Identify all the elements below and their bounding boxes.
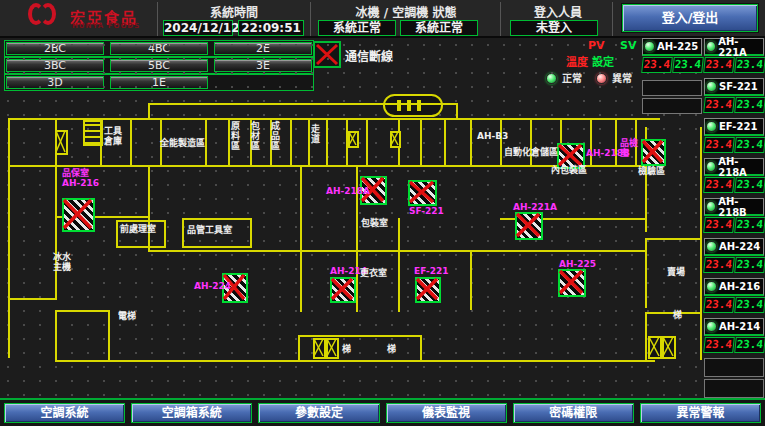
wall-segment: [182, 218, 252, 220]
wall-segment: [590, 120, 592, 165]
unit-panel-ah-216[interactable]: AH-21623.423.4: [704, 278, 764, 313]
unit-pv-value: 23.4: [703, 97, 734, 113]
stair-hatch-icon: [83, 120, 103, 146]
unit-status-led-icon: [706, 281, 717, 292]
wall-segment: [645, 238, 702, 240]
unit-panel-ah-214[interactable]: AH-21423.423.4: [704, 318, 764, 353]
empty-slot: [704, 358, 764, 377]
nav-button[interactable]: 異常警報: [640, 403, 761, 423]
wall-segment: [116, 246, 166, 248]
ahu-marker-label: AH-224: [194, 281, 231, 291]
unit-values: 23.423.4: [642, 57, 702, 73]
ahu-marker-label: AH-218A: [326, 186, 370, 196]
unit-status-led-icon: [706, 161, 716, 172]
unit-pv-value: 23.4: [703, 57, 734, 73]
wall-segment: [290, 120, 292, 165]
stair-shaft-icon: [326, 338, 339, 359]
brand-name-en: HUNYA FOODS: [72, 22, 140, 30]
ahu-marker-label: 品保室 AH-216: [62, 168, 99, 188]
footer-nav: 空調系統空調箱系統參數設定儀表監視密碼權限異常警報: [0, 398, 765, 426]
wall-segment: [700, 127, 702, 360]
unit-status-led-icon: [706, 321, 717, 332]
unit-name: AH-214: [719, 321, 760, 332]
unit-name-row: AH-218A: [704, 158, 764, 176]
wall-segment: [645, 238, 647, 308]
wall-segment: [55, 360, 655, 362]
unit-values: 23.423.4: [704, 177, 764, 193]
ahu-marker-label: EF-221: [414, 266, 449, 276]
wall-segment: [366, 120, 368, 165]
wall-segment: [116, 220, 118, 248]
ahu-marker-品檢室[interactable]: [641, 139, 666, 166]
wall-segment: [356, 250, 358, 312]
unit-name-row: AH-224: [704, 238, 764, 256]
ahu-marker-sf-221[interactable]: [408, 180, 437, 206]
nav-button[interactable]: 儀表監視: [386, 403, 507, 423]
nav-button[interactable]: 密碼權限: [513, 403, 634, 423]
wall-segment: [130, 120, 132, 165]
unit-name: AH-216: [719, 281, 760, 292]
unit-panel-ah-224[interactable]: AH-22423.423.4: [704, 238, 764, 273]
unit-name: EF-221: [719, 121, 757, 132]
room-label: 冰水 主機: [53, 252, 71, 272]
unit-panel-sf-221[interactable]: SF-22123.423.4: [704, 78, 764, 113]
unit-name-row: SF-221: [704, 78, 764, 96]
empty-slot: [704, 379, 764, 398]
unit-pv-value: 23.4: [641, 57, 672, 73]
unit-panel-ef-221[interactable]: EF-22123.423.4: [704, 118, 764, 153]
room-label: 走道: [310, 124, 320, 144]
wall-segment: [164, 220, 166, 248]
room-label: 賣場: [667, 267, 685, 277]
room-label: 包裝室: [361, 218, 388, 228]
empty-slot: [642, 98, 702, 114]
ahu-marker-ah-225[interactable]: [558, 269, 586, 297]
wall-segment: [148, 103, 458, 105]
nav-button[interactable]: 參數設定: [258, 403, 379, 423]
unit-panel-ah-218a[interactable]: AH-218A23.423.4: [704, 158, 764, 193]
unit-status-led-icon: [706, 41, 716, 52]
unit-name-row: AH-218B: [704, 198, 764, 216]
wall-segment: [420, 335, 422, 362]
wall-segment: [150, 250, 647, 252]
wall-segment: [300, 250, 302, 312]
wall-segment: [8, 118, 10, 358]
unit-name: AH-218A: [718, 156, 763, 178]
room-label: 更衣室: [360, 268, 387, 278]
room-label: 成品區: [270, 121, 280, 151]
nav-button[interactable]: 空調箱系統: [131, 403, 252, 423]
ahu-marker-ah-216[interactable]: [62, 198, 95, 232]
unit-sv-value: 23.4: [734, 337, 765, 353]
wall-segment: [182, 246, 252, 248]
unit-panel-ah-221a[interactable]: AH-221A23.423.4: [704, 38, 764, 73]
unit-values: 23.423.4: [704, 297, 764, 313]
hunya-logo-icon: [28, 3, 62, 33]
ahu-marker-ah-221a[interactable]: [515, 212, 543, 240]
wall-segment: [530, 120, 532, 165]
empty-slot: [642, 80, 702, 96]
wall-segment: [615, 120, 617, 165]
room-label: 包材區: [250, 121, 260, 151]
unit-sv-value: 23.4: [734, 57, 765, 73]
room-label: 工具 倉庫: [104, 126, 122, 146]
header-divider: [157, 2, 158, 36]
unit-pv-value: 23.4: [703, 217, 734, 233]
wall-segment: [8, 298, 57, 300]
wall-segment: [55, 167, 57, 300]
unit-name: AH-224: [719, 241, 760, 252]
unit-values: 23.423.4: [704, 137, 764, 153]
ahu-marker-label: 品檢 室: [620, 138, 638, 158]
unit-sv-value: 23.4: [734, 257, 765, 273]
ahu-marker-ef-221[interactable]: [415, 277, 441, 303]
unit-name: AH-218B: [718, 196, 763, 218]
wall-segment: [250, 218, 252, 248]
room-label: AH-B3: [477, 131, 508, 141]
unit-name-row: EF-221: [704, 118, 764, 136]
unit-panel-ah-218b[interactable]: AH-218B23.423.4: [704, 198, 764, 233]
nav-button[interactable]: 空調系統: [4, 403, 125, 423]
unit-panel-ah-225[interactable]: AH-22523.423.4: [642, 38, 702, 73]
login-logout-button[interactable]: 登入/登出: [622, 4, 758, 32]
unit-pv-value: 23.4: [703, 337, 734, 353]
unit-values: 23.423.4: [704, 337, 764, 353]
ahu-marker-ah-214[interactable]: [330, 277, 356, 303]
header-divider: [500, 2, 501, 36]
